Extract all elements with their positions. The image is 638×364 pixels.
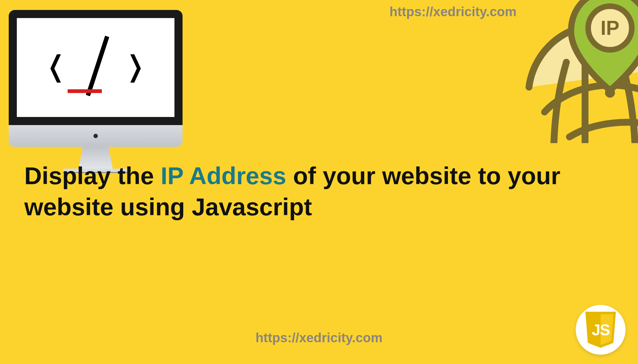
monitor-frame: ⟨ ⟩ xyxy=(9,10,183,125)
js-shield-icon: JS xyxy=(583,310,618,349)
headline-accent: IP Address xyxy=(161,162,286,189)
code-slash-icon xyxy=(74,40,117,96)
headline-part1: Display the xyxy=(24,162,161,189)
slash-icon xyxy=(86,36,109,96)
headline: Display the IP Address of your website t… xyxy=(24,161,626,223)
svg-point-1 xyxy=(605,88,615,98)
angle-bracket-left-icon: ⟨ xyxy=(46,52,64,83)
js-badge: JS xyxy=(576,305,626,355)
monitor-screen: ⟨ ⟩ xyxy=(17,18,174,117)
underscore-icon xyxy=(68,89,102,93)
ip-location-globe-icon: IP xyxy=(504,0,638,143)
camera-icon xyxy=(93,134,98,138)
watermark-url-bottom: https://xedricity.com xyxy=(255,330,383,345)
monitor-bezel xyxy=(9,125,183,147)
watermark-url-top: https://xedricity.com xyxy=(389,4,517,19)
svg-text:JS: JS xyxy=(592,321,610,339)
monitor-illustration: ⟨ ⟩ xyxy=(9,10,183,173)
angle-bracket-right-icon: ⟩ xyxy=(126,52,145,83)
ip-pin-label: IP xyxy=(601,17,619,39)
